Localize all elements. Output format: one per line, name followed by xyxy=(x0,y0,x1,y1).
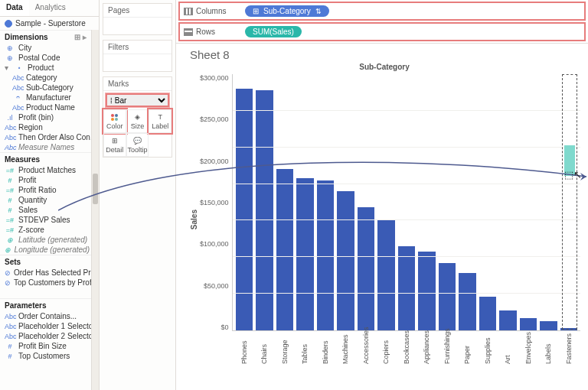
bar-Furnishings[interactable] xyxy=(439,263,456,330)
field-item[interactable]: ⊘Top Customers by Profit xyxy=(0,278,91,288)
parameters-header: Parameters xyxy=(0,298,91,311)
field-label: Placeholder 2 Selector xyxy=(18,332,91,340)
field-type-icon: # xyxy=(5,206,15,214)
columns-pill[interactable]: ⊞Sub-Category⇅ xyxy=(245,5,329,17)
field-item[interactable]: #Profit xyxy=(0,175,91,185)
worksheet-area: Columns ⊞Sub-Category⇅ Rows SUM(Sales) S… xyxy=(176,0,588,390)
tab-data[interactable]: Data xyxy=(0,0,29,16)
field-item[interactable]: #Top Customers xyxy=(0,351,91,361)
data-pane-scrollbar[interactable] xyxy=(91,30,99,390)
chart-plot-area[interactable]: PhonesChairsStorageTablesBindersMachines… xyxy=(232,74,580,331)
field-item[interactable]: ⊕Postal Code xyxy=(0,53,91,63)
field-item[interactable]: AbcSub-Category xyxy=(0,83,91,93)
x-tick: Furnishings xyxy=(439,330,456,364)
bar-Copiers[interactable] xyxy=(377,220,395,330)
field-label: Order Contains... xyxy=(18,312,77,320)
search-icon[interactable]: ⊞ ▸ xyxy=(74,33,87,41)
rows-icon xyxy=(184,28,193,36)
field-type-icon: 𝄐 xyxy=(12,93,23,102)
marks-drop-target[interactable] xyxy=(562,74,577,330)
mark-type-select[interactable]: ⵂ Bar xyxy=(106,93,169,107)
rows-shelf[interactable]: Rows SUM(Sales) xyxy=(178,22,586,41)
bar-Appliances[interactable] xyxy=(418,252,436,330)
field-item[interactable]: =#Z-score xyxy=(0,225,91,235)
sets-header: Sets xyxy=(0,255,91,268)
field-item[interactable]: AbcThen Order Also Con... xyxy=(0,132,91,142)
bar-Supplies[interactable] xyxy=(479,297,497,330)
marks-color-button[interactable]: Color xyxy=(103,109,126,133)
rows-pill[interactable]: SUM(Sales) xyxy=(245,26,302,37)
pages-shelf[interactable]: Pages xyxy=(103,3,172,35)
field-item[interactable]: ▾🞄Product xyxy=(0,63,91,73)
field-item[interactable]: #Quantity xyxy=(0,195,91,205)
y-tick: $200,000 xyxy=(200,158,229,165)
field-label: Profit Bin Size xyxy=(18,342,67,350)
field-item[interactable]: AbcCategory xyxy=(0,73,91,83)
bar-Labels[interactable] xyxy=(540,321,557,330)
x-tick: Machines xyxy=(337,330,354,364)
columns-shelf[interactable]: Columns ⊞Sub-Category⇅ xyxy=(178,2,586,21)
field-item[interactable]: AbcRegion xyxy=(0,122,91,132)
y-tick: $250,000 xyxy=(200,115,229,123)
field-type-icon: ⊕ xyxy=(5,246,11,254)
marks-size-button[interactable]: ◈Size xyxy=(126,109,149,133)
bar-Bookcases[interactable] xyxy=(398,246,416,330)
bar-Storage[interactable] xyxy=(276,169,294,330)
field-item[interactable]: AbcPlaceholder 1 Selector xyxy=(0,321,91,331)
datasource-item[interactable]: Sample - Superstore xyxy=(0,17,99,30)
y-axis-label: Sales xyxy=(188,210,200,229)
cursor-icon: ⬚↖ xyxy=(564,169,582,180)
data-pane-tabs: Data Analytics xyxy=(0,0,99,17)
data-pane: Data Analytics Sample - Superstore Dimen… xyxy=(0,0,100,390)
filters-shelf[interactable]: Filters xyxy=(103,40,172,72)
chart-header: Sub-Category xyxy=(188,63,580,71)
bar-Accessories[interactable] xyxy=(358,207,375,330)
marks-tooltip-button[interactable]: 💬Tooltip xyxy=(126,133,149,157)
bar-Chairs[interactable] xyxy=(256,90,273,330)
x-tick: Storage xyxy=(276,330,294,364)
measures-header: Measures xyxy=(0,152,91,165)
datasource-label: Sample - Superstore xyxy=(15,19,86,28)
x-tick: Copiers xyxy=(377,330,395,364)
field-label: Top Customers by Profit xyxy=(14,278,91,287)
bar-Tables[interactable] xyxy=(296,178,314,330)
field-item[interactable]: =#STDEVP Sales xyxy=(0,215,91,225)
field-item[interactable]: =#Product Matches xyxy=(0,165,91,175)
bar-Paper[interactable] xyxy=(459,273,476,330)
field-type-icon: ⊕ xyxy=(5,54,15,62)
field-type-icon: # xyxy=(5,353,15,360)
sheet-title[interactable]: Sheet 8 xyxy=(190,48,580,61)
x-tick: Supplies xyxy=(479,330,497,364)
y-tick: $0 xyxy=(221,323,229,331)
field-item[interactable]: AbcMeasure Names xyxy=(0,142,91,152)
bar-Art[interactable] xyxy=(499,310,517,330)
chart: Sales $300,000$250,000$200,000$150,000$1… xyxy=(188,74,580,365)
field-type-icon: Abc xyxy=(5,124,15,132)
field-item[interactable]: 𝄐Manufacturer xyxy=(0,93,91,102)
field-item[interactable]: ⊕City xyxy=(0,43,91,53)
sort-icon[interactable]: ⇅ xyxy=(315,8,322,15)
bar-Binders[interactable] xyxy=(317,180,335,330)
field-item[interactable]: AbcPlaceholder 2 Selector xyxy=(0,331,91,341)
field-item[interactable]: AbcOrder Contains... xyxy=(0,311,91,321)
field-label: Product xyxy=(28,63,54,72)
field-item[interactable]: ⊕Longitude (generated) xyxy=(0,245,91,255)
field-item[interactable]: ⊕Latitude (generated) xyxy=(0,235,91,245)
field-label: Profit Ratio xyxy=(18,186,56,194)
marks-label-button[interactable]: TLabel xyxy=(149,109,172,133)
tab-analytics[interactable]: Analytics xyxy=(29,0,72,16)
field-label: Measure Names xyxy=(18,143,74,151)
field-label: Region xyxy=(18,123,43,132)
field-item[interactable]: ⊘Order Has Selected Pro... xyxy=(0,268,91,278)
bar-Machines[interactable] xyxy=(337,191,354,330)
x-tick: Paper xyxy=(459,330,476,364)
bar-Phones[interactable] xyxy=(236,89,253,330)
bar-Envelopes[interactable] xyxy=(520,318,537,330)
field-item[interactable]: #Sales xyxy=(0,205,91,215)
field-item[interactable]: #Profit Bin Size xyxy=(0,341,91,351)
field-item[interactable]: .ılProfit (bin) xyxy=(0,112,91,122)
field-item[interactable]: AbcProduct Name xyxy=(0,102,91,112)
x-tick: Phones xyxy=(236,330,253,364)
field-item[interactable]: =#Profit Ratio xyxy=(0,185,91,195)
marks-detail-button[interactable]: ⊞Detail xyxy=(103,133,126,157)
